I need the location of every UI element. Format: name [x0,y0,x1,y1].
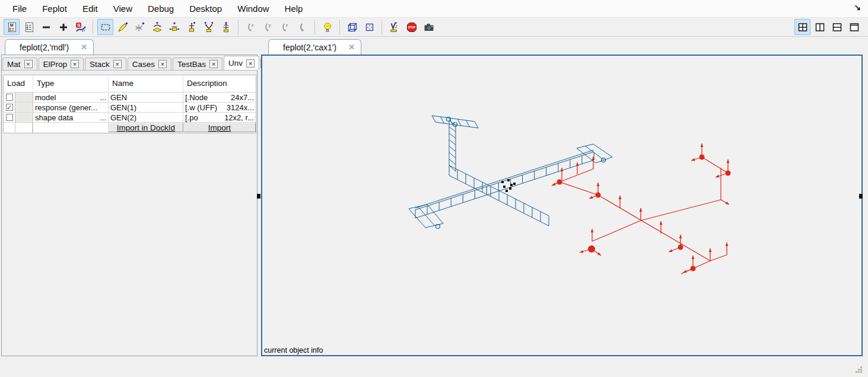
cell-type-trunc: ... [100,93,106,102]
subtab-mat[interactable]: Mat × [2,57,37,70]
load-checkbox[interactable] [6,94,13,101]
subtab-unv[interactable]: Unv × [224,56,259,70]
menu-bar: File Feplot Edit View Debug Desktop Wind… [0,0,868,18]
svg-text:M: M [9,23,13,28]
orbit-button[interactable] [218,19,234,35]
menu-edit[interactable]: Edit [75,1,106,17]
pick-point-button[interactable] [132,19,148,35]
stack-table-header: Load Type Name Description [4,75,256,92]
element-properties-icon [23,21,35,33]
subtab-stack-label: Stack [90,60,110,69]
load-checkbox[interactable] [6,114,13,121]
layout-rows-icon [831,21,843,33]
subtab-close-icon[interactable]: × [71,60,79,68]
snapshot-camera-button[interactable] [421,19,437,35]
cell-desc-size: 24x7... [231,93,254,102]
cell-name[interactable]: GEN(1) [109,103,183,112]
menu-window[interactable]: Window [230,1,276,17]
add-button[interactable] [55,19,71,35]
stop-icon: STOP [406,21,418,33]
resize-grip-icon[interactable] [856,366,863,373]
perspective-cube-button[interactable] [344,19,360,35]
tab-feplot-cax1[interactable]: feplot(2,'cax1') ✕ [268,39,361,55]
menu-debug[interactable]: Debug [140,1,182,17]
tab-close-icon[interactable]: ✕ [81,43,87,52]
cell-desc-size: 12x2, r... [224,113,254,122]
pan-vertical-button[interactable] [183,19,199,35]
subtab-mat-label: Mat [7,60,21,69]
figure-panel: feplot(2,'cax1') ✕ current object info [261,39,863,356]
cell-type[interactable]: model [35,93,56,102]
menu-view[interactable]: View [106,1,140,17]
menu-help[interactable]: Help [277,1,311,17]
plot-area [262,56,861,355]
light-bulb-button[interactable] [319,19,335,35]
view-y-button[interactable]: y [260,19,276,35]
tab-close-icon[interactable]: ✕ [348,43,355,52]
curve-plot-button[interactable]: S [72,19,88,35]
cell-desc[interactable]: [.po [185,113,198,122]
menu-feplot[interactable]: Feplot [34,1,75,17]
splitter-handle-right[interactable] [859,194,863,199]
animate-deform-button[interactable] [386,19,402,35]
model-properties-button[interactable]: M [4,19,20,35]
menu-desktop[interactable]: Desktop [182,1,230,17]
subtab-stack[interactable]: Stack × [85,57,126,70]
tab-feplot-mdl-label: feplot(2,'mdl') [20,43,69,52]
workspace: feplot(2,'mdl') ✕ Mat × ElProp × Stack × [0,37,868,356]
plot-canvas[interactable] [262,56,861,355]
col-name: Name [109,75,183,92]
rotate-view-button[interactable] [149,19,165,35]
subtab-close-icon[interactable]: × [24,60,33,68]
stop-button[interactable]: STOP [403,19,419,35]
import-in-dockid-button[interactable]: Import in DockId [109,123,183,132]
toolbar-separator [381,20,382,34]
view-z-icon: z [279,21,291,33]
pan-horizontal-icon [168,21,180,33]
subtab-close-icon[interactable]: × [209,60,218,68]
select-region-button[interactable] [97,19,113,35]
toolbar-separator [339,20,340,34]
toolbar-main-group: MSxyzSTOP [3,19,437,35]
subtab-elprop[interactable]: ElProp × [39,57,84,70]
layout-single-button[interactable] [846,19,862,35]
toolbar-separator [93,20,93,34]
snapshot-camera-icon [423,21,435,33]
pan-horizontal-button[interactable] [166,19,182,35]
subtab-close-icon[interactable]: × [246,59,255,68]
undock-arrow-icon[interactable]: ↘ [854,2,861,12]
subtab-close-icon[interactable]: × [113,60,122,68]
view-free-button[interactable] [294,19,310,35]
table-row: shape data... GEN(2) [.po12x2, r... [4,113,256,123]
col-load: Load [4,75,33,92]
load-checkbox[interactable]: ✓ [6,104,13,111]
cell-type[interactable]: shape data [35,113,73,122]
subtab-testbas[interactable]: TestBas × [173,57,222,70]
import-button[interactable]: Import [183,123,256,132]
view-x-button[interactable]: x [243,19,259,35]
view-z-button[interactable]: z [277,19,293,35]
cell-type[interactable]: response (gener... [35,103,97,112]
cell-desc[interactable]: [.w (UFF) [185,103,217,112]
remove-button[interactable] [38,19,54,35]
layout-rows-button[interactable] [829,19,845,35]
layout-grid-button[interactable] [794,19,810,35]
pick-node-button[interactable] [115,19,131,35]
orbit-icon [220,21,232,33]
zoom-fit-icon [203,21,215,33]
zoom-fit-button[interactable] [201,19,217,35]
pan-vertical-icon [186,21,198,33]
subtab-cases[interactable]: Cases × [128,57,171,70]
cell-name[interactable]: GEN(2) [109,113,183,122]
menu-file[interactable]: File [5,1,34,17]
subtab-close-icon[interactable]: × [158,60,167,68]
model-properties-icon: M [6,21,18,33]
cell-name[interactable]: GEN [109,92,183,102]
view-free-icon [297,21,309,33]
layout-columns-button[interactable] [812,19,828,35]
flat-view-button[interactable] [361,19,377,35]
element-properties-button[interactable] [21,19,37,35]
splitter-handle-left[interactable] [257,194,260,199]
cell-desc[interactable]: [.Node [185,93,208,102]
tab-feplot-mdl[interactable]: feplot(2,'mdl') ✕ [5,39,94,55]
